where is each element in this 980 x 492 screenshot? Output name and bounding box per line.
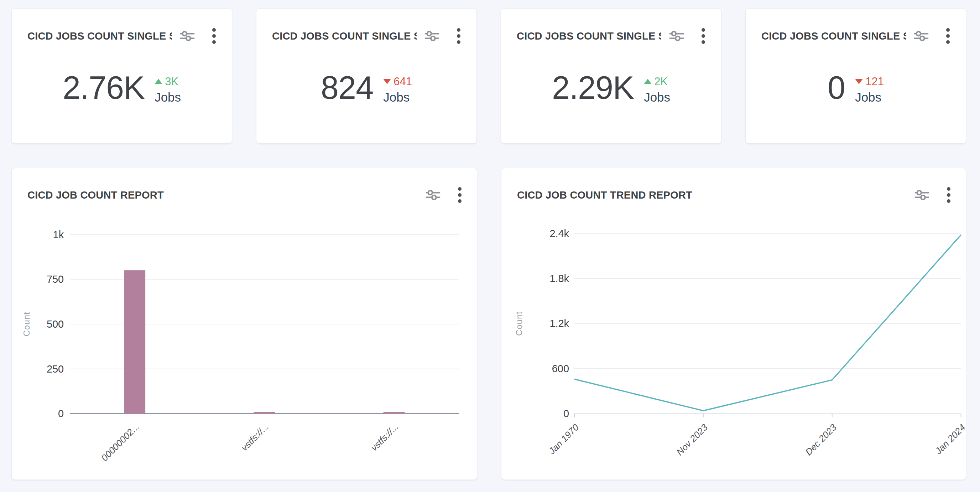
delta-value: 641 [393,75,412,88]
bar-chart-plot[interactable]: 02505007501kCount00000002...vstfs://...v… [12,168,477,479]
tune-icon[interactable] [179,30,196,42]
y-tick-label: 750 [47,273,64,285]
kpi-row: CICD JOBS COUNT SINGLE S... 2.76K [11,8,969,144]
bar-chart-panel: 02505007501kCount00000002...vstfs://...v… [11,168,477,480]
kebab-menu-icon[interactable] [946,28,950,44]
x-tick-label: 00000002... [99,422,141,463]
x-tick-label: vstfs://... [239,422,270,453]
delta-value: 2K [654,75,668,88]
y-tick-label: 600 [552,363,569,374]
header-icons [913,28,950,44]
kpi-card: CICD JOBS COUNT SINGLE S... 2.29K [501,8,721,144]
bar[interactable] [253,412,275,414]
bar[interactable] [124,270,145,414]
delta-value: 121 [865,75,884,88]
bar[interactable] [383,412,405,414]
chart-row: 02505007501kCount00000002...vstfs://...v… [11,168,969,480]
header-icons [668,28,705,44]
card-title: CICD JOBS COUNT SINGLE S... [761,30,906,42]
kpi-delta: 641 [383,75,412,88]
card-header: CICD JOBS COUNT SINGLE S... [746,8,966,44]
kpi-value: 2.29K [552,72,634,104]
delta-arrow-icon [644,79,652,84]
kpi-value: 824 [321,72,373,104]
kpi-card: CICD JOBS COUNT SINGLE S... 824 [256,8,477,144]
delta-value: 3K [165,75,178,88]
card-header: CICD JOBS COUNT SINGLE S... [501,8,721,44]
header-icons [179,28,216,44]
y-tick-label: 0 [563,408,569,419]
kpi-unit: Jobs [855,90,881,104]
y-tick-label: 1.8k [549,273,569,284]
kpi-value: 2.76K [63,72,145,104]
x-tick-label: Nov 2023 [675,422,710,457]
card-header: CICD JOBS COUNT SINGLE S... [12,8,232,44]
kpi-body: 824 641 Jobs [256,46,476,129]
kpi-card: CICD JOBS COUNT SINGLE S... 2.76K [11,8,232,144]
kpi-unit: Jobs [644,90,670,104]
x-tick-label: vstfs://... [369,422,400,453]
delta-arrow-icon [383,79,391,84]
card-title: CICD JOBS COUNT SINGLE S... [517,30,661,42]
x-tick-label: Jan 2024 [933,422,966,456]
y-tick-label: 0 [58,408,64,419]
kpi-body: 0 121 Jobs [746,46,966,129]
y-axis-label: Count [22,312,31,337]
kpi-delta: 121 [855,75,884,88]
kpi-body: 2.29K 2K Jobs [501,46,721,129]
line-chart-plot[interactable]: 06001.2k1.8k2.4kCountJan 1970Nov 2023Dec… [501,168,966,479]
tune-icon[interactable] [668,30,685,42]
y-axis-label: Count [514,311,524,336]
line-chart-panel: 06001.2k1.8k2.4kCountJan 1970Nov 2023Dec… [501,168,966,480]
kebab-menu-icon[interactable] [212,28,216,44]
kpi-card: CICD JOBS COUNT SINGLE S... 0 [745,8,966,144]
kpi-body: 2.76K 3K Jobs [12,46,232,129]
dashboard: CICD JOBS COUNT SINGLE S... 2.76K [0,0,980,480]
header-icons [424,28,461,44]
y-tick-label: 1k [53,229,64,240]
y-tick-label: 1.2k [549,318,569,329]
card-header: CICD JOBS COUNT SINGLE S... [256,8,476,44]
trend-line[interactable] [574,235,961,411]
card-title: CICD JOBS COUNT SINGLE S... [272,30,417,42]
kpi-value: 0 [827,72,845,104]
kebab-menu-icon[interactable] [457,28,461,44]
card-title: CICD JOBS COUNT SINGLE S... [27,30,172,42]
x-tick-label: Jan 1970 [547,422,581,456]
kpi-delta: 3K [154,75,178,88]
kebab-menu-icon[interactable] [701,28,705,44]
kpi-delta: 2K [644,75,668,88]
tune-icon[interactable] [424,30,440,42]
delta-arrow-icon [855,79,863,84]
tune-icon[interactable] [913,30,929,42]
delta-arrow-icon [154,79,162,84]
x-tick-label: Dec 2023 [803,422,838,457]
y-tick-label: 250 [47,363,64,375]
y-tick-label: 500 [47,318,64,330]
kpi-unit: Jobs [383,90,409,104]
y-tick-label: 2.4k [549,228,569,239]
kpi-unit: Jobs [154,90,181,104]
